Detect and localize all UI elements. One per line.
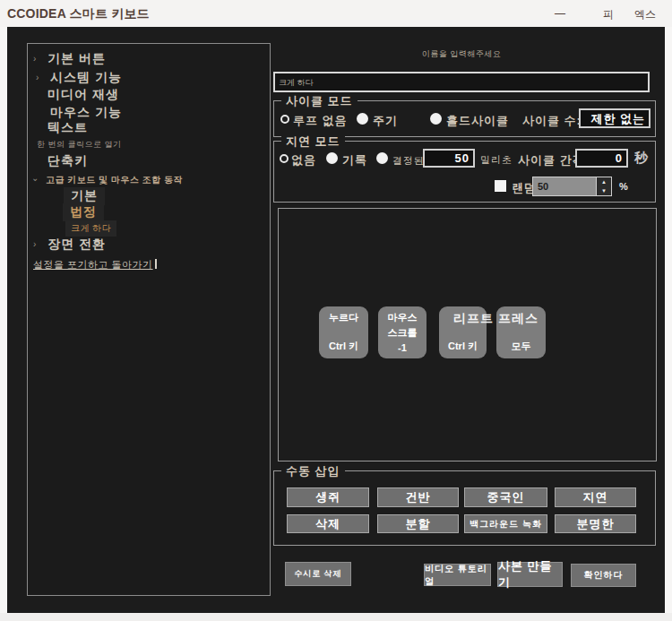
tile-scroll-line2: 스크롤 (378, 326, 426, 340)
pin-button[interactable]: 피 (599, 7, 618, 22)
delete-anytime-button[interactable]: 수시로 삭제 (285, 562, 351, 586)
chinese-button[interactable]: 중국인 (464, 487, 547, 507)
confirm-button[interactable]: 확인하다 (571, 564, 636, 587)
tile-scroll-value: -1 (378, 342, 426, 353)
manual-insert-title: 수동 삽입 (281, 463, 345, 479)
mouse-button[interactable]: 생쥐 (287, 487, 369, 507)
tile-scroll-line1: 마우스 (378, 311, 426, 324)
discard-settings-label[interactable]: 설정을 포기하고 돌아가기 (33, 259, 153, 270)
close-button[interactable]: 엑스 (633, 7, 658, 22)
make-copy-button[interactable]: 사본 만들기 (497, 562, 563, 587)
split-button[interactable]: 분할 (377, 514, 459, 533)
tile-press-action: 누르다 (319, 311, 368, 324)
lift-press-label: 리프트 프레스 (431, 311, 561, 327)
fixed-ms-input[interactable]: 50 (423, 149, 475, 168)
action-tile-press[interactable]: 누르다 Ctrl 키 (319, 306, 368, 358)
delay-mode-group: 지연 모드 없음 기록 결정된 50 밀리초 사이클 간격: 0 秒 랜덤 지연… (273, 141, 656, 203)
clear-button[interactable]: 분명한 (555, 514, 636, 533)
sidebar-item-text[interactable]: 텍스트 (47, 120, 88, 136)
radio-hold-cycle[interactable] (430, 113, 442, 125)
radio-no-loop-label[interactable]: 루프 없음 (293, 113, 348, 129)
sidebar-item-basic[interactable]: 기본 (64, 187, 105, 205)
sidebar-link-discard-settings[interactable]: 설정을 포기하고 돌아가기 (33, 255, 157, 272)
seconds-icon: 秒 (634, 150, 648, 167)
text-cursor (155, 259, 157, 269)
random-delay-checkbox[interactable] (495, 180, 506, 192)
sidebar-item-media-playback[interactable]: 미디어 재생 (47, 87, 119, 103)
sidebar-item-advanced-combo[interactable]: 고급 키보드 및 마우스 조합 동작 (46, 174, 183, 186)
expand-down-icon[interactable]: ⌄ (31, 173, 39, 183)
sidebar-item-scene-transition[interactable]: 장면 전환 (47, 237, 106, 253)
tile-lift-ctrl-key: Ctrl 키 (439, 340, 487, 353)
sidebar-item-shortcut-key[interactable]: 단축키 (47, 153, 88, 169)
window-title: CCOIDEA 스마트 키보드 (7, 6, 150, 22)
action-tile-mouse-scroll[interactable]: 마우스 스크롤 -1 (378, 306, 426, 358)
delete-button[interactable]: 삭제 (287, 514, 369, 533)
keyboard-button[interactable]: 건반 (377, 487, 459, 507)
app-window: › 기본 버튼 › 시스템 기능 미디어 재생 마우스 기능 텍스트 한 번의 … (7, 27, 665, 613)
random-percent-value[interactable]: 50 (533, 177, 596, 195)
titlebar: CCOIDEA 스마트 키보드 — 피 엑스 (0, 0, 672, 27)
spinner-up-icon[interactable]: ▲ (597, 177, 611, 186)
tile-press-key: Ctrl 키 (319, 340, 368, 353)
percent-label: % (619, 181, 628, 192)
delay-mode-title: 지연 모드 (281, 134, 345, 150)
expand-right-icon[interactable]: › (36, 73, 39, 82)
sidebar-item-mouse-functions[interactable]: 마우스 기능 (50, 105, 122, 121)
radio-record-label[interactable]: 기록 (342, 152, 367, 168)
radio-fixed-label[interactable]: 결정된 (392, 154, 425, 168)
sidebar-item-system-functions[interactable]: 시스템 기능 (50, 70, 122, 86)
sidebar-item-enlarge-selected[interactable]: 크게 하다 (65, 220, 116, 237)
radio-record[interactable] (326, 152, 338, 164)
radio-no-loop[interactable] (280, 115, 289, 124)
radio-none-label[interactable]: 없음 (291, 152, 316, 168)
cycle-mode-group: 사이클 모드 루프 없음 주기 홀드사이클 사이클 수: 제한 없는 (273, 100, 656, 137)
window-bottom-edge (0, 613, 672, 621)
radio-none[interactable] (280, 154, 289, 163)
cycle-mode-title: 사이클 모드 (281, 93, 358, 109)
radio-cycle[interactable] (357, 113, 368, 125)
name-input-value: 크게 하다 (279, 77, 314, 89)
minimize-button[interactable]: — (550, 7, 570, 20)
delay-button[interactable]: 지연 (555, 487, 636, 507)
sidebar-item-basic-buttons[interactable]: 기본 버튼 (47, 51, 106, 67)
radio-fixed[interactable] (376, 152, 388, 164)
tile-lift-all-label: 모두 (496, 340, 546, 353)
manual-insert-group: 수동 삽입 생쥐 건반 중국인 지연 삭제 분할 백그라운드 녹화 분명한 (273, 470, 656, 546)
background-record-button[interactable]: 백그라운드 녹화 (464, 514, 547, 533)
expand-right-icon[interactable]: › (33, 54, 36, 64)
milliseconds-label: 밀리초 (480, 153, 513, 167)
random-percent-spinner[interactable]: 50 ▲▼ (532, 177, 612, 196)
cycle-count-input[interactable]: 제한 없는 (579, 108, 650, 128)
screen: CCOIDEA 스마트 키보드 — 피 엑스 › 기본 버튼 › 시스템 기능 … (0, 0, 672, 621)
name-input[interactable]: 크게 하다 (273, 72, 650, 92)
sidebar-tree: › 기본 버튼 › 시스템 기능 미디어 재생 마우스 기능 텍스트 한 번의 … (27, 43, 271, 596)
video-tutorial-button[interactable]: 비디오 튜토리얼 (424, 564, 491, 586)
expand-right-icon[interactable]: › (33, 239, 36, 249)
spinner-down-icon[interactable]: ▼ (597, 186, 611, 195)
sequence-panel: 리프트 프레스 누르다 Ctrl 키 마우스 스크롤 -1 Ctrl 키 모두 (278, 208, 657, 461)
sidebar-item-legal[interactable]: 법정 (63, 203, 104, 221)
radio-hold-cycle-label[interactable]: 홀드사이클 (446, 113, 509, 129)
radio-cycle-label[interactable]: 주기 (373, 113, 398, 129)
spinner-buttons[interactable]: ▲▼ (596, 177, 611, 195)
name-hint-label: 이름을 입력해주세요 (273, 48, 650, 60)
sidebar-item-open-one-click[interactable]: 한 번의 클릭으로 열기 (37, 139, 122, 151)
cycle-interval-input[interactable]: 0 (575, 149, 628, 168)
cycle-count-label: 사이클 수: (522, 113, 582, 129)
